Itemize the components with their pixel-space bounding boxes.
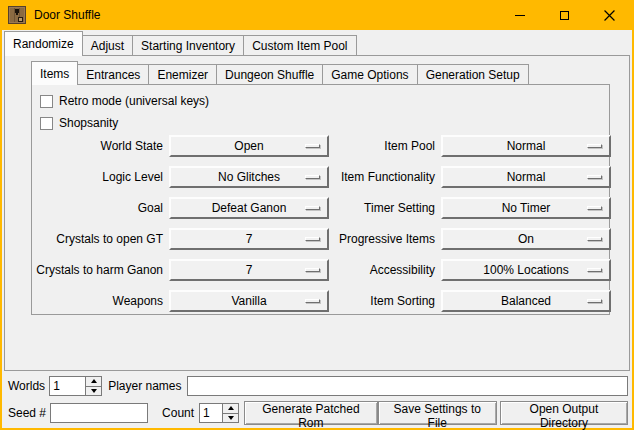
count-label: Count bbox=[162, 406, 194, 420]
tab-dungeon-shuffle[interactable]: Dungeon Shuffle bbox=[216, 64, 323, 85]
logic-level-value: No Glitches bbox=[218, 170, 280, 184]
accessibility-value: 100% Locations bbox=[483, 263, 568, 277]
player-names-label: Player names bbox=[108, 379, 181, 393]
weapons-label: Weapons bbox=[32, 290, 169, 312]
item-sorting-label: Item Sorting bbox=[329, 290, 441, 312]
save-settings-button[interactable]: Save Settings to File bbox=[378, 401, 497, 425]
crystals-open-gt-dropdown[interactable]: 7 bbox=[169, 228, 329, 250]
item-functionality-label: Item Functionality bbox=[329, 166, 441, 188]
spinner-up-icon bbox=[91, 379, 97, 383]
tab-adjust[interactable]: Adjust bbox=[82, 35, 133, 56]
world-state-value: Open bbox=[234, 139, 263, 153]
spinner-down-icon bbox=[91, 389, 97, 393]
timer-setting-value: No Timer bbox=[502, 201, 551, 215]
dropdown-indicator-icon bbox=[587, 299, 602, 303]
worlds-spinner[interactable] bbox=[49, 376, 102, 396]
crystals-open-gt-value: 7 bbox=[246, 232, 253, 246]
retro-mode-checkbox[interactable] bbox=[40, 95, 53, 108]
item-pool-value: Normal bbox=[507, 139, 546, 153]
window-title: Door Shuffle bbox=[34, 8, 101, 22]
item-pool-label: Item Pool bbox=[329, 135, 441, 157]
worlds-label: Worlds bbox=[8, 379, 45, 393]
accessibility-dropdown[interactable]: 100% Locations bbox=[441, 259, 611, 281]
dropdown-indicator-icon bbox=[305, 144, 320, 148]
worlds-input[interactable] bbox=[50, 377, 85, 395]
tab-randomize[interactable]: Randomize bbox=[4, 31, 83, 56]
maximize-button[interactable] bbox=[542, 0, 587, 30]
progressive-items-value: On bbox=[518, 232, 534, 246]
settings-grid: World State Open Item Pool Normal Logic … bbox=[32, 135, 609, 312]
minimize-icon bbox=[515, 15, 525, 16]
seed-input[interactable] bbox=[50, 403, 148, 423]
tab-enemizer[interactable]: Enemizer bbox=[148, 64, 217, 85]
randomize-panel: Items Entrances Enemizer Dungeon Shuffle… bbox=[4, 55, 630, 371]
generate-patched-rom-button[interactable]: Generate Patched Rom bbox=[244, 401, 378, 425]
close-button[interactable] bbox=[587, 0, 632, 30]
progressive-items-label: Progressive Items bbox=[329, 228, 441, 250]
timer-setting-dropdown[interactable]: No Timer bbox=[441, 197, 611, 219]
dropdown-indicator-icon bbox=[587, 268, 602, 272]
count-spinner[interactable] bbox=[199, 403, 239, 423]
retro-mode-label: Retro mode (universal keys) bbox=[59, 94, 209, 108]
weapons-value: Vanilla bbox=[231, 294, 266, 308]
count-spin-up-button[interactable] bbox=[223, 404, 238, 413]
crystals-harm-ganon-label: Crystals to harm Ganon bbox=[32, 259, 169, 281]
logic-level-dropdown[interactable]: No Glitches bbox=[169, 166, 329, 188]
tab-items[interactable]: Items bbox=[31, 61, 78, 85]
app-door-icon[interactable] bbox=[8, 6, 26, 24]
logic-level-label: Logic Level bbox=[32, 166, 169, 188]
seed-label: Seed # bbox=[8, 406, 46, 420]
player-names-input[interactable] bbox=[187, 376, 629, 396]
worlds-row: Worlds Player names bbox=[8, 376, 628, 396]
maximize-icon bbox=[560, 11, 569, 20]
worlds-spin-down-button[interactable] bbox=[86, 386, 101, 396]
open-output-directory-button[interactable]: Open Output Directory bbox=[500, 401, 628, 425]
retro-mode-row[interactable]: Retro mode (universal keys) bbox=[40, 90, 609, 112]
dropdown-indicator-icon bbox=[587, 144, 602, 148]
tab-entrances[interactable]: Entrances bbox=[77, 64, 149, 85]
dropdown-indicator-icon bbox=[305, 268, 320, 272]
count-input[interactable] bbox=[200, 404, 222, 422]
dropdown-indicator-icon bbox=[587, 175, 602, 179]
sub-tabbar: Items Entrances Enemizer Dungeon Shuffle… bbox=[31, 60, 610, 84]
spinner-down-icon bbox=[228, 416, 234, 420]
dropdown-indicator-icon bbox=[305, 299, 320, 303]
accessibility-label: Accessibility bbox=[329, 259, 441, 281]
tab-starting-inventory[interactable]: Starting Inventory bbox=[132, 35, 244, 56]
dropdown-indicator-icon bbox=[305, 237, 320, 241]
shopsanity-checkbox[interactable] bbox=[40, 117, 53, 130]
progressive-items-dropdown[interactable]: On bbox=[441, 228, 611, 250]
goal-dropdown[interactable]: Defeat Ganon bbox=[169, 197, 329, 219]
bottom-bar: Worlds Player names Seed # bbox=[2, 376, 632, 425]
goal-label: Goal bbox=[32, 197, 169, 219]
item-pool-dropdown[interactable]: Normal bbox=[441, 135, 611, 157]
dropdown-indicator-icon bbox=[305, 175, 320, 179]
item-functionality-dropdown[interactable]: Normal bbox=[441, 166, 611, 188]
app-window: Door Shuffle Randomize Adjust Starting I… bbox=[0, 0, 634, 430]
crystals-open-gt-label: Crystals to open GT bbox=[32, 228, 169, 250]
shopsanity-row[interactable]: Shopsanity bbox=[40, 112, 609, 134]
inner-notebook: Items Entrances Enemizer Dungeon Shuffle… bbox=[31, 60, 610, 315]
titlebar: Door Shuffle bbox=[2, 0, 632, 30]
count-spin-down-button[interactable] bbox=[223, 413, 238, 423]
seed-row: Seed # Count Generate Patched Rom bbox=[8, 401, 628, 425]
items-panel: Retro mode (universal keys) Shopsanity W… bbox=[31, 84, 610, 315]
tab-generation-setup[interactable]: Generation Setup bbox=[417, 64, 529, 85]
world-state-dropdown[interactable]: Open bbox=[169, 135, 329, 157]
tab-custom-item-pool[interactable]: Custom Item Pool bbox=[243, 35, 356, 56]
weapons-dropdown[interactable]: Vanilla bbox=[169, 290, 329, 312]
window-controls bbox=[497, 0, 632, 30]
client-area: Randomize Adjust Starting Inventory Cust… bbox=[2, 30, 632, 428]
spinner-up-icon bbox=[228, 406, 234, 410]
item-sorting-dropdown[interactable]: Balanced bbox=[441, 290, 611, 312]
minimize-button[interactable] bbox=[497, 0, 542, 30]
crystals-harm-ganon-value: 7 bbox=[246, 263, 253, 277]
world-state-label: World State bbox=[32, 135, 169, 157]
close-icon bbox=[604, 10, 615, 21]
count-spin-buttons bbox=[222, 404, 238, 422]
crystals-harm-ganon-dropdown[interactable]: 7 bbox=[169, 259, 329, 281]
shopsanity-label: Shopsanity bbox=[59, 116, 118, 130]
tab-game-options[interactable]: Game Options bbox=[322, 64, 417, 85]
worlds-spin-up-button[interactable] bbox=[86, 377, 101, 386]
main-tabbar: Randomize Adjust Starting Inventory Cust… bbox=[2, 30, 632, 55]
